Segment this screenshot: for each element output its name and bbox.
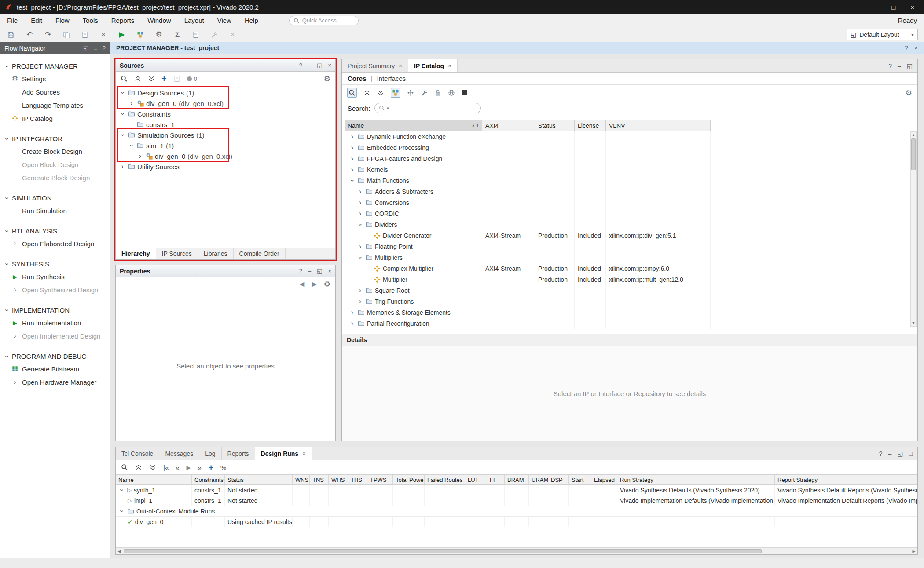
expander-icon[interactable] (357, 244, 363, 250)
expander-icon[interactable] (119, 111, 126, 117)
column-header-axi4[interactable]: AXI4 (482, 120, 535, 131)
ip-catalog-row[interactable]: Partial Reconfiguration (345, 318, 711, 329)
tab-tcl-console[interactable]: Tcl Console (116, 447, 159, 460)
collapse-all-icon[interactable] (134, 75, 141, 82)
flownav-section-ip-integrator[interactable]: IP INTEGRATOR (0, 133, 110, 145)
move-icon[interactable] (407, 89, 414, 96)
subtab-interfaces[interactable]: Interfaces (377, 75, 406, 82)
ip-catalog-row[interactable]: Dynamic Function eXchange (345, 131, 711, 142)
scroll-right-icon[interactable]: ▶ (910, 549, 917, 553)
tree-item-constraints[interactable]: Constraints (116, 109, 335, 119)
close-tab-icon[interactable]: × (302, 450, 306, 457)
expander-icon[interactable] (118, 508, 125, 514)
expander-icon[interactable] (357, 255, 363, 261)
column-header-vlnv[interactable]: VLNV (606, 120, 711, 131)
flownav-item-language-templates[interactable]: Language Templates (0, 98, 110, 112)
flownav-item-open-implemented-design[interactable]: Open Implemented Design (0, 329, 110, 342)
paste-icon[interactable] (80, 30, 90, 40)
flownav-section-simulation[interactable]: SIMULATION (0, 192, 110, 204)
tab-ip-sources[interactable]: IP Sources (156, 248, 198, 259)
expander-icon[interactable] (128, 142, 135, 149)
ip-catalog-row[interactable]: Math Functions (345, 175, 711, 186)
layout-selector[interactable]: ◱ Default Layout ▾ (847, 29, 918, 40)
ip-catalog-row[interactable]: Conversions (345, 197, 711, 208)
tab-hierarchy[interactable]: Hierarchy (116, 248, 156, 259)
expander-icon[interactable] (349, 156, 356, 162)
menu-flow[interactable]: Flow (55, 17, 70, 24)
ip-catalog-row[interactable]: Kernels (345, 164, 711, 175)
expander-icon[interactable] (119, 132, 126, 138)
expander-icon[interactable] (357, 222, 363, 228)
menu-tools[interactable]: Tools (83, 17, 98, 24)
taxonomy-view-icon[interactable] (391, 88, 400, 98)
design-run-row[interactable]: Out-of-Context Module Runs (116, 506, 917, 517)
design-run-row[interactable]: ▷synth_1 constrs_1Not started Vivado Syn… (116, 485, 917, 495)
delete-icon[interactable]: × (99, 30, 108, 40)
flownav-section-rtl-analysis[interactable]: RTL ANALYSIS (0, 225, 110, 237)
scrollbar-thumb[interactable] (911, 138, 916, 170)
tab-design-runs[interactable]: Design Runs× (255, 447, 312, 460)
collapse-all-icon[interactable] (135, 464, 142, 471)
flownav-item-create-block-design[interactable]: Create Block Design (0, 145, 110, 158)
help-icon[interactable]: ? (299, 268, 302, 274)
expander-icon[interactable] (119, 90, 126, 96)
menu-view[interactable]: View (217, 17, 231, 24)
menu-window[interactable]: Window (147, 17, 171, 24)
expander-icon[interactable] (357, 211, 363, 217)
tree-item-constrs-1[interactable]: constrs_1 (116, 119, 335, 130)
expander-icon[interactable] (357, 200, 363, 206)
flow-steps-icon[interactable] (136, 30, 145, 40)
minimize-icon[interactable]: – (898, 62, 901, 69)
minimize-button[interactable]: – (873, 4, 876, 11)
search-input[interactable]: ▾ (374, 103, 481, 113)
float-icon[interactable]: ◱ (907, 62, 913, 69)
dock-icon[interactable]: ◱ (83, 45, 88, 51)
column-header-name[interactable]: Name1 (345, 120, 482, 131)
menu-edit[interactable]: Edit (31, 17, 42, 24)
flownav-section-project-manager[interactable]: PROJECT MANAGER (0, 60, 110, 72)
help-icon[interactable]: ? (299, 62, 302, 69)
flownav-item-run-implementation[interactable]: ▶Run Implementation (0, 316, 110, 329)
expander-icon[interactable] (137, 153, 143, 160)
flownav-item-open-synthesized-design[interactable]: Open Synthesized Design (0, 283, 110, 296)
help-icon[interactable]: ? (879, 450, 883, 457)
stop-icon[interactable] (462, 90, 467, 95)
expander-icon[interactable] (357, 288, 363, 294)
forward-icon[interactable]: ▶ (312, 280, 317, 288)
back-icon[interactable]: ◀ (300, 280, 305, 288)
close-icon[interactable]: × (328, 62, 331, 69)
create-runs-icon[interactable]: + (209, 462, 213, 472)
close-icon[interactable]: × (914, 44, 918, 51)
tree-item-simulation-sources[interactable]: Simulation Sources(1) (116, 130, 335, 140)
scrollbar-thumb[interactable] (124, 549, 762, 553)
tree-item-sim-1[interactable]: sim_1(1) (116, 140, 335, 151)
flownav-item-add-sources[interactable]: Add Sources (0, 85, 110, 98)
refresh-doc-icon[interactable] (173, 75, 180, 82)
flownav-item-open-hardware-manager[interactable]: Open Hardware Manager (0, 375, 110, 389)
flownav-item-generate-block-design[interactable]: Generate Block Design (0, 171, 110, 184)
tab-compile-order[interactable]: Compile Order (234, 248, 286, 259)
expander-icon[interactable] (349, 309, 356, 316)
expand-all-icon[interactable] (149, 464, 156, 471)
tree-item-sim-div-gen-0[interactable]: div_gen_0(div_gen_0.xci) (116, 151, 335, 161)
close-button[interactable]: × (910, 4, 914, 11)
close-tab-icon[interactable]: × (448, 62, 451, 69)
menu-reports[interactable]: Reports (111, 17, 135, 24)
vertical-scrollbar[interactable]: ▲ ▼ (910, 131, 917, 327)
menu-layout[interactable]: Layout (184, 17, 204, 24)
gear-icon[interactable]: ⚙ (906, 88, 912, 98)
expander-icon[interactable] (118, 487, 125, 493)
web-icon[interactable] (448, 89, 455, 96)
help-icon[interactable]: ? (888, 62, 892, 69)
horizontal-scrollbar[interactable]: ◀ ▶ (116, 547, 917, 554)
properties-panel-header[interactable]: Properties ? – ◱ × (116, 265, 335, 277)
float-icon[interactable]: ◱ (897, 450, 903, 457)
menu-help[interactable]: Help (245, 17, 258, 24)
redo-icon[interactable]: ↷ (43, 30, 53, 40)
ip-catalog-row[interactable]: MultiplierProductionIncludedxilinx.com:i… (345, 274, 711, 285)
undo-icon[interactable]: ↶ (25, 30, 34, 40)
ip-catalog-row[interactable]: Dividers (345, 219, 711, 230)
search-icon[interactable] (121, 75, 128, 82)
close-icon[interactable]: × (328, 268, 331, 274)
tab-project-summary[interactable]: Project Summary× (342, 59, 408, 72)
